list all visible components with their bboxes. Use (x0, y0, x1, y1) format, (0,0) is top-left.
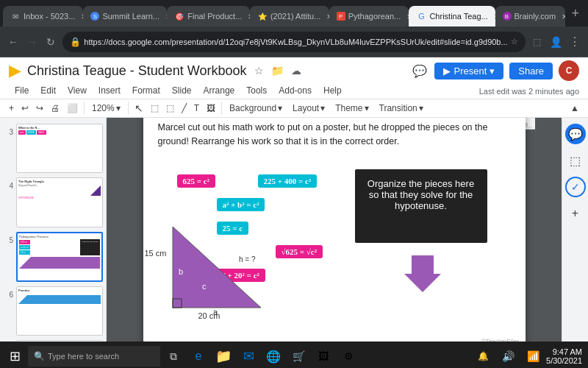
photos-icon[interactable]: 🖼 (312, 344, 335, 368)
play-icon: ▶ (443, 66, 451, 77)
chrome-menu-button[interactable]: ⋮ (567, 33, 582, 51)
store-icon[interactable]: 🛒 (287, 344, 310, 368)
title-icons: ☆ 📁 ☁ (253, 63, 303, 78)
share-button[interactable]: Share (509, 63, 553, 79)
svg-text:b: b (179, 267, 183, 276)
tab-brainly[interactable]: B Brainly.com ✕ (495, 6, 566, 26)
toolbar-print[interactable]: 🖨 (48, 102, 62, 115)
user-avatar[interactable]: C (559, 60, 579, 81)
tab-christina[interactable]: G Christina Teag... ✕ (409, 6, 495, 26)
menu-format[interactable]: Format (126, 82, 166, 99)
pythagorean-favicon: P (337, 12, 345, 21)
menu-insert[interactable]: Insert (93, 82, 126, 99)
tab-final[interactable]: 🎯 Final Product... ✕ (167, 6, 250, 26)
slide-thumb-7[interactable]: 7 Showing Your Work work area (3, 340, 103, 342)
file-explorer-icon[interactable]: 📁 (212, 344, 235, 368)
triangle-svg: c a b h = ? (165, 219, 276, 322)
bookmark-icon[interactable]: ☆ (511, 37, 518, 46)
refresh-button[interactable]: ↻ (44, 33, 59, 51)
taskbar-search[interactable]: 🔍 Type here to search (28, 346, 160, 367)
math-piece-3[interactable]: a² + b² = c² (217, 198, 265, 211)
math-piece-1[interactable]: 625 = c² (177, 174, 215, 188)
docs-app: ▶ Christina Teague - Student Workbook ☆ … (0, 57, 588, 342)
volume-icon[interactable]: 🔊 (496, 344, 520, 368)
menu-tools[interactable]: Tools (240, 82, 273, 99)
network-icon[interactable]: 📶 (521, 344, 545, 368)
chrome-icon[interactable]: 🌐 (262, 344, 285, 368)
extensions-button[interactable]: ⬚ (530, 33, 545, 51)
tab-summit[interactable]: S Summit Learn... ✕ (83, 6, 167, 26)
toolbar-add[interactable]: + (6, 102, 17, 115)
menu-file[interactable]: File (9, 82, 35, 99)
sync-icon[interactable]: ☁ (290, 63, 303, 78)
slide-instruction-text: Marcel cut out his math work to put on a… (158, 121, 511, 149)
star-icon[interactable]: ☆ (253, 63, 265, 78)
page-title: Christina Teague - Student Workbook (27, 63, 247, 79)
address-bar[interactable]: 🔒 https://docs.google.com/presentation/d… (62, 32, 525, 52)
slide-thumb-6[interactable]: 6 Practice (3, 286, 103, 336)
menu-row: File Edit View Insert Format Slide Arran… (9, 82, 579, 99)
menu-addons[interactable]: Add-ons (273, 82, 318, 99)
line-tool[interactable]: ╱ (179, 102, 190, 115)
layout-chevron: ▾ (320, 103, 325, 113)
tab-inbox[interactable]: ✉ Inbox - 5023... ✕ (3, 6, 83, 26)
add-slide-button[interactable]: + (565, 203, 586, 224)
slide-thumb-5[interactable]: 5 Pythagorean Theorem 625=c² a²+b²=c² 25… (3, 232, 103, 282)
start-button[interactable]: ⊞ (3, 344, 26, 368)
canvas-area: 3 4 5 6 7 8 9 Marcel cut out (107, 118, 562, 342)
toolbar-undo[interactable]: ↩ (18, 102, 32, 115)
search-icon: 🔍 (34, 351, 45, 361)
transition-chevron: ▾ (419, 103, 423, 113)
menu-edit[interactable]: Edit (35, 82, 62, 99)
slide-thumb-4[interactable]: 4 The Right Triangle Drag and Drop the..… (3, 177, 103, 227)
new-tab-button[interactable]: + (565, 6, 585, 21)
collapse-toolbar[interactable]: ▲ (567, 102, 582, 115)
edge-icon[interactable]: e (187, 344, 210, 368)
comments-icon[interactable]: 💬 (411, 63, 429, 79)
attitude-favicon: ⭐ (257, 11, 268, 21)
layout-button[interactable]: ⬚ (565, 150, 586, 171)
image-tool[interactable]: 🖼 (204, 102, 218, 115)
background-dropdown[interactable]: Background▾ (225, 102, 287, 115)
sep1 (84, 102, 85, 115)
svg-marker-10 (173, 227, 261, 308)
chat-button[interactable]: 💬 (565, 124, 586, 144)
menu-view[interactable]: View (62, 82, 93, 99)
forward-button[interactable]: → (25, 33, 40, 51)
side-label-left: 15 cm (145, 249, 167, 258)
svg-text:8: 8 (525, 122, 528, 127)
menu-arrange[interactable]: Arrange (198, 82, 241, 99)
menu-help[interactable]: Help (318, 82, 348, 99)
menu-slide[interactable]: Slide (166, 82, 198, 99)
math-piece-2[interactable]: 225 + 400 = c² (258, 174, 318, 188)
cursor-tool[interactable]: ↖ (132, 101, 146, 116)
watermark: ©TeacherFiles (481, 338, 519, 342)
back-button[interactable]: ← (6, 33, 21, 51)
slide-thumb-3[interactable]: 3 What is the R... term WORK BANK (3, 124, 103, 173)
tab-pythagorean[interactable]: P Pythagorean... ✕ (329, 6, 409, 26)
text-tool[interactable]: T (191, 102, 202, 115)
zoom-dropdown[interactable]: 120% ▾ (87, 102, 125, 115)
brainly-favicon: B (503, 12, 512, 21)
theme-dropdown[interactable]: Theme▾ (331, 102, 373, 115)
docs-main: 3 What is the R... term WORK BANK (0, 118, 588, 342)
toolbar-redo[interactable]: ↪ (33, 102, 46, 115)
math-piece-5[interactable]: √625 = √c² (276, 245, 323, 258)
move-icon[interactable]: 📁 (270, 63, 285, 78)
profile-button[interactable]: 👤 (548, 33, 563, 51)
sep3 (221, 102, 222, 115)
triangle-figure: c a b h = ? 15 cm 20 cm (165, 219, 276, 325)
transition-dropdown[interactable]: Transition▾ (375, 102, 428, 115)
select-tool[interactable]: ⬚ (148, 102, 162, 115)
toolbar-paint[interactable]: ⬜ (64, 102, 81, 115)
settings-icon[interactable]: ⚙ (337, 344, 360, 368)
check-button[interactable]: ✓ (565, 177, 586, 197)
notifications-icon[interactable]: 🔔 (471, 344, 495, 368)
bg-chevron: ▾ (278, 103, 282, 113)
layout-dropdown[interactable]: Layout▾ (288, 102, 329, 115)
task-view-button[interactable]: ⧉ (162, 344, 185, 368)
present-button[interactable]: ▶ Present ▾ (434, 63, 503, 79)
mail-icon[interactable]: ✉ (237, 344, 260, 368)
tab-attitude[interactable]: ⭐ (2021) Attitu... ✕ (250, 6, 329, 26)
shape-tool[interactable]: ⬚ (163, 102, 177, 115)
